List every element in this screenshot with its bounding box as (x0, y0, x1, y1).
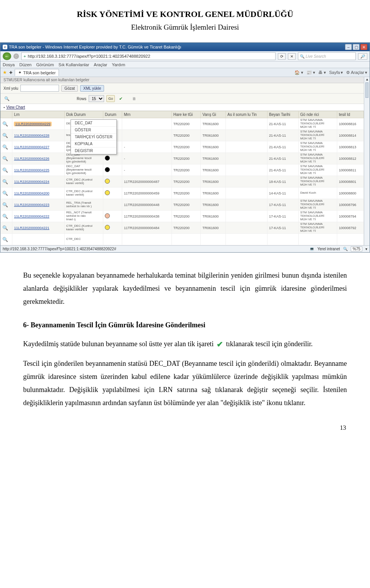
browse-button[interactable]: Gözat (61, 85, 78, 92)
lrn-link[interactable]: 11LR22020000004223 (14, 203, 49, 207)
lrn-link[interactable]: 11LR22020000004227 (14, 145, 49, 149)
page-menu[interactable]: Sayfa ▾ (329, 70, 343, 75)
lrn-link[interactable]: 11LR22020000004221 (14, 226, 49, 230)
address-bar[interactable]: ✦ http://192.168.3.192:7777/apex/f?p=100… (21, 52, 276, 60)
ctx-item-goster[interactable]: GÖSTER (71, 127, 116, 134)
ctx-item-kopyala[interactable]: KOPYALA (71, 141, 116, 147)
cell-tid: 100008794 (337, 211, 364, 222)
status-dot-black-icon (105, 156, 110, 161)
tools-menu[interactable]: ⚙ Araçlar ▾ (346, 70, 367, 75)
rows-select[interactable]: 15 (89, 95, 104, 102)
magnifier-icon[interactable]: 🔍 (2, 144, 8, 150)
cell-gonderici: STM SAVUNMA TEKNOLOJİLERİ MÜH VE Tİ (300, 176, 327, 186)
cell-dok-durum: REL_NOT (Transit serbest bı rakı lmad ı) (66, 211, 93, 221)
menu-file[interactable]: Dosya (3, 62, 15, 67)
scroll-thumb[interactable] (365, 82, 368, 98)
magnifier-icon[interactable]: 🔍 (2, 214, 8, 219)
search-box[interactable]: 🔍 Live Search (298, 52, 356, 60)
cell-ast (226, 222, 267, 234)
status-zoom[interactable]: %75 (351, 246, 362, 251)
lrn-link[interactable]: 11LR22020000004226 (14, 157, 49, 161)
col-ddurum[interactable]: Dok Durum (64, 111, 103, 118)
table-row: 🔍11LR22020000004227DEC_DAT (Beyanname te… (1, 141, 364, 153)
zone-icon: 💻 (309, 247, 314, 251)
menu-edit[interactable]: Düzen (19, 62, 32, 67)
stop-button[interactable]: ✕ (288, 53, 296, 60)
xml-upload-button[interactable]: XML yükle (80, 85, 104, 92)
magnifier-icon[interactable]: 🔍 (2, 179, 8, 184)
col-lrn[interactable]: Lrn (12, 111, 64, 118)
magnifier-icon[interactable]: 🔍 (2, 121, 8, 127)
forward-button[interactable]: → (13, 54, 19, 59)
refresh-button[interactable]: ⟳ (278, 53, 286, 60)
tick-action-icon[interactable]: ✔ (117, 95, 124, 102)
menu-help[interactable]: Yardım (112, 62, 125, 67)
zoom-icon[interactable]: 🔍 (343, 247, 348, 251)
magnifier-icon[interactable]: 🔍 (2, 156, 8, 161)
cell-tarih: 14-KAS-11 (267, 188, 299, 199)
collapse-icon[interactable]: ▪ (3, 106, 5, 109)
magnifier-icon[interactable]: 🔍 (2, 225, 8, 231)
col-vg[interactable]: Varış Gi (201, 111, 226, 118)
add-fav-button[interactable]: ✚ (9, 70, 12, 75)
back-button[interactable]: ← (3, 52, 11, 60)
cell-vg: TR061600 (201, 199, 226, 211)
ctx-item-degistir[interactable]: DEGISTIR (71, 147, 116, 154)
cell-dok-durum: DEC_DAT (Beyanname tescil için gönderild… (66, 153, 93, 163)
page-subtitle: Elektronik Gümrük İşlemleri Dairesi (23, 23, 347, 32)
magnifier-icon[interactable]: 🔍 (2, 237, 8, 242)
print-button[interactable]: 🖶 ▾ (318, 70, 326, 75)
favorites-button[interactable]: ★ (3, 70, 7, 75)
cell-gonderici: David Koch (300, 191, 327, 195)
menu-view[interactable]: Görünüm (36, 62, 54, 67)
ctx-item-decdat[interactable]: DEC_DAT (71, 120, 116, 127)
xml-path-input[interactable] (20, 85, 59, 92)
cell-vg: TR061600 (201, 188, 226, 199)
magnifier-icon[interactable]: 🔍 (2, 168, 8, 173)
go-button[interactable]: Go (106, 95, 115, 102)
col-durum[interactable]: Durum (103, 111, 122, 118)
maximize-button[interactable]: ▢ (353, 44, 360, 50)
col-gon[interactable]: Gö nde rici (299, 111, 337, 118)
cell-durum (103, 222, 122, 234)
col-mrn[interactable]: Mrn (122, 111, 172, 118)
ctx-item-tarihce[interactable]: TARİHÇEYİ GÖSTER (71, 134, 116, 141)
cell-gonderici: STM SAVUNMA TEKNOLOJİLERİ MÜH VE Tİ (300, 153, 327, 163)
titlebar: e TRA son belgeler - Windows Internet Ex… (0, 43, 370, 51)
magnifier-icon[interactable]: 🔍 (2, 191, 8, 196)
col-ast[interactable]: As il sorum lu Tin (226, 111, 267, 118)
home-button[interactable]: 🏠 ▾ (294, 70, 303, 75)
vertical-scrollbar[interactable]: ▴ (364, 77, 370, 245)
lrn-link[interactable]: 11LR22020000004228 (14, 134, 49, 137)
rows-label: Rows (77, 97, 86, 101)
lrn-link[interactable]: 11LR22020000004222 (14, 214, 49, 218)
magnifier-icon[interactable]: 🔍 (2, 202, 8, 208)
close-button[interactable]: ✕ (360, 44, 367, 50)
page-number: 13 (0, 424, 370, 437)
cell-vg (201, 234, 226, 245)
search-go-button[interactable]: 🔎 (358, 53, 367, 60)
feeds-button[interactable]: 📰 ▾ (306, 70, 315, 75)
col-tid[interactable]: tesil Id (337, 111, 364, 118)
lrn-link[interactable]: 11LR22020000004225 (14, 168, 49, 172)
lrn-link[interactable]: 11LR22020000004229 (14, 122, 52, 126)
col-icon[interactable] (1, 111, 12, 118)
status-dot-yellow-icon (105, 225, 110, 230)
lrn-link[interactable]: 11LR22020000004200 (14, 191, 49, 195)
doc-action-icon[interactable]: 🗎 (131, 95, 138, 102)
minimize-button[interactable]: – (345, 44, 352, 50)
table-row: 🔍CTR_DEC (1, 234, 364, 245)
col-hg[interactable]: Hare ke tGi (172, 111, 201, 118)
filter-search-icon[interactable]: 🔍 (3, 95, 10, 102)
cell-gonderici: STM SAVUNMA TEKNOLOJİLERİ MÜH VE Tİ (300, 199, 327, 209)
menu-fav[interactable]: Sık Kullanılanlar (59, 62, 89, 67)
table-row: 🔍11LR22020000004224CTR_DEC (Kontrol kara… (1, 176, 364, 188)
menubar: Dosya Düzen Görünüm Sık Kullanılanlar Ar… (0, 62, 370, 68)
zoom-dropdown-icon[interactable]: ▾ (365, 247, 367, 251)
menu-tools[interactable]: Araçlar (94, 62, 107, 67)
view-chart-link[interactable]: View Chart (6, 105, 25, 109)
lrn-link[interactable]: 11LR22020000004224 (14, 180, 49, 184)
col-tarih[interactable]: Beyan Tarihi (267, 111, 299, 118)
magnifier-icon[interactable]: 🔍 (2, 133, 8, 138)
tab-current[interactable]: ✦ TRA son belgeler (15, 69, 59, 76)
